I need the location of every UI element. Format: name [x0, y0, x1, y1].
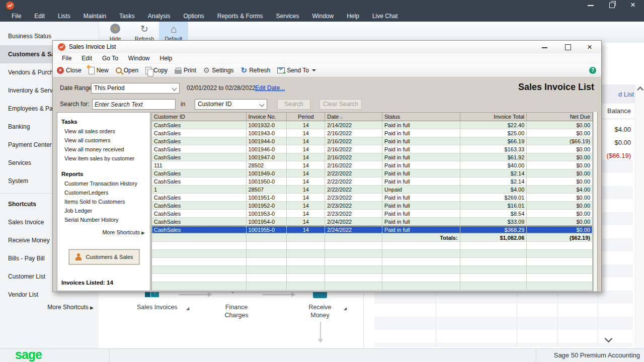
column-header-customer-id[interactable]: Customer ID	[152, 113, 247, 121]
popup-toolbar-settings[interactable]: Settings	[203, 66, 234, 74]
empty-row	[152, 242, 593, 250]
vertical-scrollbar[interactable]	[635, 84, 644, 362]
popup-toolbar-print[interactable]: Print	[175, 67, 196, 74]
report-link-items-sold-to-customers[interactable]: Items Sold to Customers	[64, 197, 150, 206]
totals-empty-cell	[152, 234, 247, 242]
column-header-status[interactable]: Status	[382, 113, 460, 121]
menu-item-analysis[interactable]: Analysis	[141, 11, 177, 22]
column-header-date[interactable]: Date ▵	[325, 113, 382, 121]
column-header-net-due[interactable]: Net Due	[527, 113, 593, 121]
menu-item-reports-forms[interactable]: Reports & Forms	[211, 11, 270, 22]
help-icon[interactable]	[589, 67, 596, 74]
menu-item-options[interactable]: Options	[177, 11, 210, 22]
workflow-arrow-icon	[263, 294, 292, 295]
invoice-row[interactable]: CashSales1001955-0142/24/2022Paid in ful…	[152, 226, 593, 234]
window-minimize-button[interactable]	[588, 5, 594, 6]
popup-menu-file[interactable]: File	[57, 53, 76, 63]
popup-maximize-button[interactable]	[565, 44, 571, 50]
cell-date: 2/23/2022	[325, 194, 382, 202]
task-link-view-all-sales-orders[interactable]: View all sales orders	[64, 127, 150, 136]
popup-toolbar-send-to[interactable]: Send To	[277, 67, 316, 74]
expand-marker-icon[interactable]: ◢	[186, 306, 189, 311]
search-button[interactable]: Search	[277, 99, 310, 110]
menu-item-help[interactable]: Help	[340, 11, 366, 22]
date-range-select[interactable]: This Period	[91, 83, 180, 94]
invoice-row[interactable]: CashSales1001932-0142/14/2022Paid in ful…	[152, 121, 593, 129]
column-header-period[interactable]: Period	[287, 113, 325, 121]
cell-customer-id: CashSales	[152, 129, 247, 137]
invoice-row[interactable]: CashSales1001950-0142/22/2022Paid in ful…	[152, 177, 593, 186]
invoice-row[interactable]: CashSales1001953-0142/23/2022Paid in ful…	[152, 210, 593, 218]
window-close-button[interactable]: ×	[630, 0, 635, 11]
column-header-invoice-no[interactable]: Invoice No.	[247, 113, 287, 121]
window-restore-button[interactable]	[609, 3, 615, 8]
toolbar-button-hide[interactable]: Hide	[101, 22, 130, 43]
menu-item-file[interactable]: File	[5, 11, 28, 22]
menu-item-maintain[interactable]: Maintain	[77, 11, 113, 22]
task-link-view-all-money-received[interactable]: View all money received	[64, 145, 150, 154]
popup-toolbar-new[interactable]: New	[89, 67, 109, 74]
invoice-row[interactable]: 11128502142/16/2022Paid in full$40.00$0.…	[152, 161, 593, 169]
workflow-node-receive-line2[interactable]: Money	[305, 312, 335, 319]
expand-marker-icon[interactable]: ◢	[344, 306, 347, 311]
menu-item-services[interactable]: Services	[270, 11, 306, 22]
search-field-select[interactable]: Customer ID	[195, 99, 267, 110]
popup-toolbar-refresh[interactable]: Refresh	[241, 66, 271, 74]
toolbar-button-default[interactable]: Default	[159, 22, 188, 43]
task-link-view-all-customers[interactable]: View all customers	[64, 136, 150, 145]
invoice-row[interactable]: CashSales1001946-0142/16/2022Paid in ful…	[152, 145, 593, 153]
task-link-view-item-sales-by-customer[interactable]: View item sales by customer	[64, 154, 150, 163]
menu-item-lists[interactable]: Lists	[51, 11, 77, 22]
workflow-node-finance-line1[interactable]: Finance	[217, 304, 256, 311]
invoice-row[interactable]: CashSales1001954-0142/24/2022Paid in ful…	[152, 218, 593, 226]
cell-status: Paid in full	[382, 137, 460, 145]
workflow-node-receive-line1[interactable]: Receive	[305, 304, 335, 311]
popup-titlebar[interactable]: Sales Invoice List ×	[53, 41, 601, 54]
invoice-row[interactable]: CashSales1001943-0142/16/2022Paid in ful…	[152, 129, 593, 137]
invoice-row[interactable]: 128507142/22/2022Unpaid$4.00$4.00	[152, 186, 593, 194]
invoice-row[interactable]: CashSales1001949-0142/22/2022Paid in ful…	[152, 169, 593, 177]
menu-item-edit[interactable]: Edit	[28, 11, 51, 22]
popup-menu-window[interactable]: Window	[123, 53, 155, 63]
report-link-customer-transaction-history[interactable]: Customer Transaction History	[64, 179, 150, 188]
popup-toolbar-close[interactable]: Close	[57, 67, 82, 74]
empty-cell	[247, 290, 287, 291]
invoice-row[interactable]: CashSales1001944-0142/16/2022Paid in ful…	[152, 137, 593, 145]
invoice-row[interactable]: CashSales1001947-0142/16/2022Paid in ful…	[152, 153, 593, 161]
report-link-job-ledger[interactable]: Job Ledger	[64, 206, 150, 215]
customers-and-sales-button[interactable]: Customers & Sales	[69, 249, 139, 264]
popup-toolbar-label: Copy	[153, 67, 168, 74]
detailed-list-link[interactable]: d List	[618, 90, 634, 98]
popup-minimize-button[interactable]	[542, 47, 547, 48]
invoice-row[interactable]: CashSales1001951-0142/23/2022Paid in ful…	[152, 194, 593, 202]
search-for-label: Search for:	[60, 99, 90, 110]
workflow-node-sales-invoices[interactable]: Sales Invoices	[137, 304, 178, 311]
clear-search-button[interactable]: Clear Search	[319, 99, 362, 110]
popup-menu-help[interactable]: Help	[155, 53, 178, 63]
popup-close-button[interactable]: ×	[587, 41, 592, 53]
toolbar-button-refresh[interactable]: Refresh	[130, 22, 159, 43]
workflow-node-finance-line2[interactable]: Charges	[217, 312, 256, 319]
dropdown-arrow-icon	[312, 69, 316, 71]
table-header-row: Customer IDInvoice No.PeriodDate ▵Status…	[152, 113, 593, 121]
empty-cell	[287, 250, 325, 258]
panel-more-shortcuts[interactable]: More Shortcuts ▶	[57, 229, 145, 235]
menu-item-tasks[interactable]: Tasks	[113, 11, 141, 22]
empty-cell	[152, 258, 247, 266]
invoice-row[interactable]: CashSales1001952-0142/23/2022Paid in ful…	[152, 202, 593, 210]
search-input[interactable]	[92, 99, 176, 110]
balance-value: ($66.19)	[607, 149, 631, 162]
column-header-invoice-total[interactable]: Invoice Total	[460, 113, 527, 121]
menu-item-window[interactable]: Window	[306, 11, 341, 22]
edit-date-link[interactable]: Edit Date...	[255, 83, 285, 94]
popup-menu-edit[interactable]: Edit	[76, 53, 97, 63]
menu-item-live-chat[interactable]: Live Chat	[366, 11, 405, 22]
report-link-serial-number-history[interactable]: Serial Number History	[64, 215, 150, 224]
popup-menu-go-to[interactable]: Go To	[97, 53, 123, 63]
report-link-customerledgers[interactable]: CustomerLedgers	[64, 188, 150, 197]
sidebar-more-shortcuts[interactable]: More Shortcuts ▶	[47, 304, 94, 311]
popup-toolbar-copy[interactable]: Copy	[145, 67, 168, 74]
scroll-up-icon[interactable]	[637, 86, 643, 93]
popup-toolbar-open[interactable]: Open	[116, 67, 138, 74]
popup-menubar: FileEditGo ToWindowHelp	[53, 53, 601, 64]
